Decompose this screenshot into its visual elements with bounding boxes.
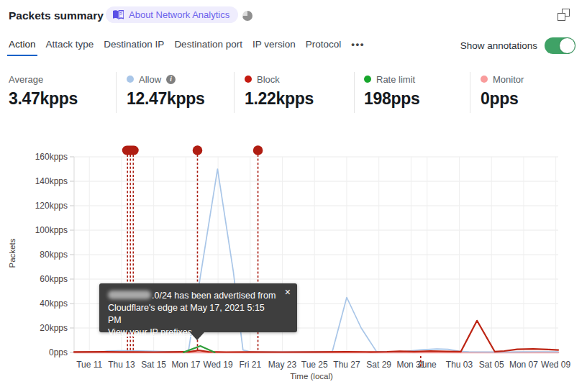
- annotation-tooltip: × .0/24 has been advertised from Cloudfl…: [99, 283, 297, 332]
- packets-summary-panel: 0pps20kpps40kpps60kpps80kpps100kpps120kp…: [0, 0, 587, 392]
- x-tick-label: Tue 25: [301, 360, 328, 370]
- packets-chart[interactable]: 0pps20kpps40kpps60kpps80kpps100kpps120kp…: [0, 0, 587, 392]
- y-tick-label: 80kpps: [40, 250, 68, 260]
- annotation-pill-marker[interactable]: [122, 146, 139, 155]
- x-tick-label: Thu 27: [333, 360, 360, 370]
- y-tick-label: 120kpps: [35, 201, 68, 211]
- tooltip-caret: [190, 332, 204, 340]
- x-tick-label: Mon 07: [509, 360, 538, 370]
- x-tick-label: Sat 15: [141, 360, 166, 370]
- x-tick-label: Fri 21: [239, 360, 261, 370]
- x-tick-label: Sat 05: [479, 360, 504, 370]
- annotation-circle-marker[interactable]: [193, 145, 203, 155]
- x-tick-label: Tue 11: [76, 360, 102, 370]
- y-tick-label: 40kpps: [40, 298, 68, 309]
- tooltip-line2: Cloudflare's edge at May 17, 2021 5:15 P…: [108, 302, 280, 327]
- y-tick-label: 60kpps: [40, 274, 68, 284]
- redacted-ip-prefix: [108, 291, 151, 299]
- y-axis-title: Packets: [8, 238, 17, 268]
- x-tick-label: May 23: [268, 360, 297, 370]
- y-tick-label: 20kpps: [40, 323, 68, 333]
- view-ip-prefixes-link[interactable]: View your IP prefixes: [108, 327, 192, 337]
- x-tick-label: Sat 29: [366, 360, 391, 370]
- x-tick-label: Mon 17: [171, 360, 200, 370]
- y-tick-label: 160kpps: [35, 152, 68, 162]
- x-tick-label: Wed 09: [541, 360, 570, 370]
- y-tick-label: 100kpps: [35, 225, 68, 235]
- tooltip-line1: .0/24 has been advertised from: [108, 290, 280, 302]
- x-tick-label: Wed 19: [204, 360, 233, 370]
- annotation-circle-marker[interactable]: [253, 145, 263, 155]
- x-axis-title: Time (local): [290, 372, 333, 380]
- tooltip-close-icon[interactable]: ×: [285, 286, 291, 298]
- x-tick-label: Thu 13: [108, 360, 135, 370]
- y-tick-label: 140kpps: [35, 176, 68, 186]
- x-tick-label: Thu 03: [446, 360, 473, 370]
- y-tick-label: 0pps: [49, 347, 68, 357]
